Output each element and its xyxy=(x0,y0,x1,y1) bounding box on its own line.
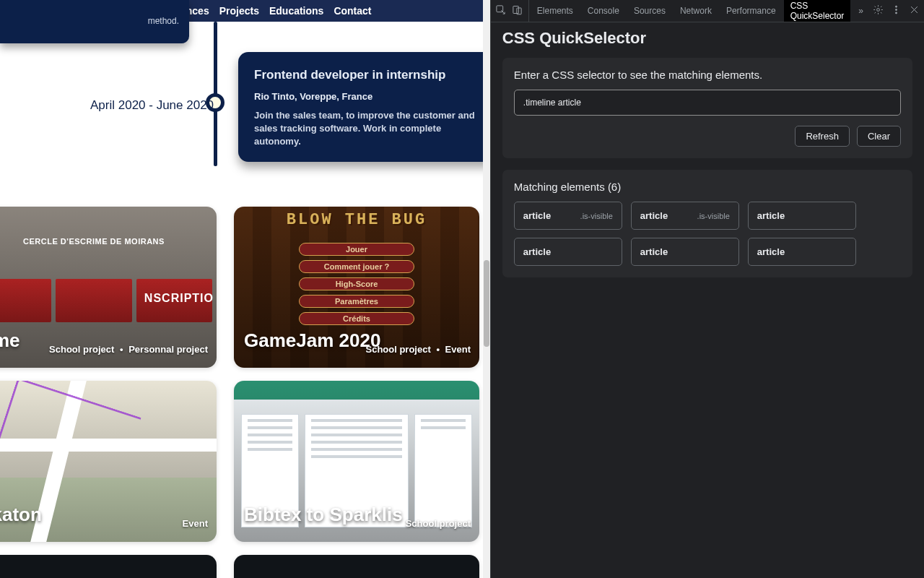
panel-title: CSS QuickSelector xyxy=(502,29,912,48)
inspect-icon[interactable] xyxy=(495,4,506,17)
results-heading: Matching elements (6) xyxy=(514,181,901,193)
tab-console[interactable]: Console xyxy=(581,0,626,22)
nav-projects[interactable]: Projects xyxy=(218,5,261,17)
chip-tag: article xyxy=(640,246,668,257)
result-chip[interactable]: article xyxy=(514,238,622,266)
project-tag: Event xyxy=(183,518,208,529)
project-tag: School project xyxy=(49,344,114,355)
chip-class: .is-visible xyxy=(580,212,613,220)
results-chips: article .is-visible article .is-visible … xyxy=(514,202,901,266)
close-icon[interactable] xyxy=(909,4,920,17)
projects-grid: CERCLE D'ESCRIME DE MOIRANS time School … xyxy=(0,207,490,578)
project-card-dark-1[interactable] xyxy=(0,555,217,578)
project-tags: School project xyxy=(406,518,471,529)
project-tag: Personnal project xyxy=(128,344,208,355)
selector-hint: Enter a CSS selector to see the matching… xyxy=(514,69,901,81)
devtools-pane: Elements Console Sources Network Perform… xyxy=(490,0,924,578)
tabs-overflow[interactable]: » xyxy=(852,0,870,22)
tab-css-quickselector[interactable]: CSS QuickSelector xyxy=(784,0,851,22)
project-tags: School project • Personnal project xyxy=(49,344,208,355)
refresh-button[interactable]: Refresh xyxy=(795,126,850,147)
project-title: GameJam 2020 xyxy=(244,329,380,352)
result-chip[interactable]: article xyxy=(748,238,856,266)
project-title: time xyxy=(0,329,19,352)
devtools-toolbar: Elements Console Sources Network Perform… xyxy=(491,0,924,22)
game-menu-item: Paramètres xyxy=(299,295,414,308)
clear-button[interactable]: Clear xyxy=(857,126,901,147)
chip-tag: article xyxy=(523,210,551,221)
project-tag: School project xyxy=(365,344,430,355)
project-title: Bibtex to Sparklis xyxy=(244,504,403,526)
game-menu-item: Jouer xyxy=(299,243,414,256)
svg-rect-1 xyxy=(513,7,519,14)
timeline-card-description: Join the sales team, to improve the cust… xyxy=(254,109,484,149)
chip-tag: article xyxy=(757,210,785,221)
chip-class: .is-visible xyxy=(697,212,730,220)
chip-tag: article xyxy=(640,210,668,221)
svg-point-6 xyxy=(896,12,897,14)
game-menu-item: Comment jouer ? xyxy=(299,260,414,273)
device-toggle-icon[interactable] xyxy=(512,4,523,17)
chip-tag: article xyxy=(523,246,551,257)
scrollbar-thumb[interactable] xyxy=(484,260,489,347)
project-card-escrime[interactable]: CERCLE D'ESCRIME DE MOIRANS time School … xyxy=(0,207,217,368)
project-tags: School project • Event xyxy=(365,344,471,355)
tab-elements[interactable]: Elements xyxy=(531,0,580,22)
gear-icon[interactable] xyxy=(873,4,884,17)
svg-point-5 xyxy=(896,9,897,11)
timeline-card-title: Frontend developer in internship xyxy=(254,68,484,82)
timeline-date: April 2020 - June 2020 xyxy=(90,98,214,113)
project-card-bibtex[interactable]: Bibtex to Sparklis School project xyxy=(234,381,479,542)
game-menu-item: Crédits xyxy=(299,312,414,325)
result-chip[interactable]: article xyxy=(748,202,856,230)
nav-educations[interactable]: Educations xyxy=(268,5,325,17)
result-chip[interactable]: article xyxy=(631,238,739,266)
timeline-card-location: Rio Tinto, Voreppe, France xyxy=(254,91,484,102)
tab-sources[interactable]: Sources xyxy=(627,0,672,22)
tab-network[interactable]: Network xyxy=(674,0,718,22)
page-scrollbar[interactable] xyxy=(483,0,490,578)
game-menu: Jouer Comment jouer ? High-Score Paramèt… xyxy=(299,243,414,325)
game-menu-item: High-Score xyxy=(299,277,414,290)
project-tags: Event xyxy=(183,518,208,529)
project-tag: Event xyxy=(445,344,471,355)
chip-tag: article xyxy=(757,246,785,257)
svg-point-3 xyxy=(877,9,880,12)
result-chip[interactable]: article .is-visible xyxy=(631,202,739,230)
result-chip[interactable]: article .is-visible xyxy=(514,202,622,230)
project-tag: School project xyxy=(406,518,471,529)
project-card-gamejam[interactable]: BLOW THE BUG Jouer Comment jouer ? High-… xyxy=(234,207,479,368)
tab-performance[interactable]: Performance xyxy=(720,0,783,22)
timeline-card-partial-text: method. xyxy=(148,16,179,26)
project-banner: CERCLE D'ESCRIME DE MOIRANS xyxy=(0,237,217,246)
nav-contact[interactable]: Contact xyxy=(332,5,372,17)
game-title: BLOW THE BUG xyxy=(234,211,479,229)
selector-panel: Enter a CSS selector to see the matching… xyxy=(502,58,912,158)
svg-point-4 xyxy=(896,6,897,7)
selector-input[interactable] xyxy=(514,90,901,116)
timeline-card-partial-top: method. xyxy=(0,0,189,43)
project-card-hackaton[interactable]: ckaton Event xyxy=(0,381,217,542)
timeline-card: Frontend developer in internship Rio Tin… xyxy=(238,52,490,162)
kebab-icon[interactable] xyxy=(891,4,902,17)
website-pane: Home Experiences Projects Educations Con… xyxy=(0,0,490,578)
project-card-dark-2[interactable] xyxy=(234,555,479,578)
project-thumb-strip xyxy=(0,279,217,322)
project-title: ckaton xyxy=(0,504,42,526)
results-panel: Matching elements (6) article .is-visibl… xyxy=(502,170,912,277)
